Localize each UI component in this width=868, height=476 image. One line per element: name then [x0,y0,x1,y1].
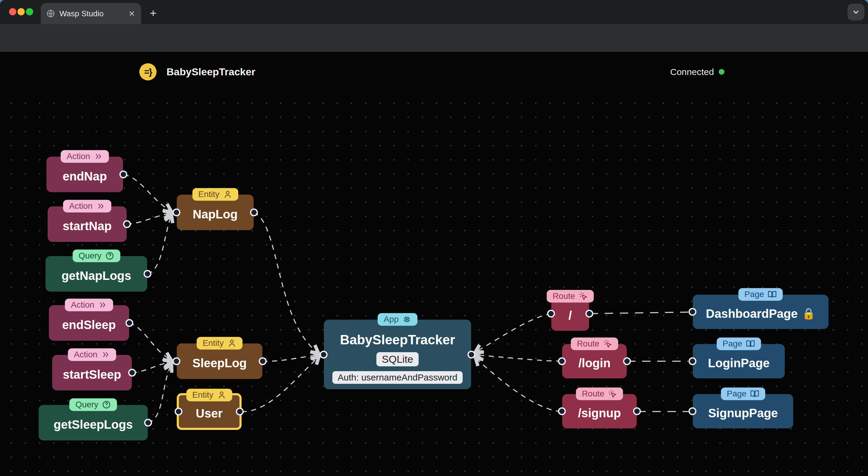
entity-badge: Entity [197,337,243,349]
app-badge: App [378,313,417,326]
port-handle[interactable] [144,419,152,427]
browser-tab[interactable]: Wasp Studio [41,3,141,24]
port-handle[interactable] [467,351,475,359]
node-route-login[interactable]: Route /login [562,344,627,378]
node-endsleep[interactable]: Action endSleep [49,305,129,341]
port-handle[interactable] [144,270,151,278]
open-book-icon [746,339,755,348]
node-label: NapLog [193,204,238,221]
chevrons-right-icon [96,202,105,211]
port-handle[interactable] [173,357,180,365]
port-handle[interactable] [623,357,631,365]
lock-icon: 🔒 [802,307,815,320]
port-handle[interactable] [128,369,136,377]
node-route-root[interactable]: Route / [551,297,589,331]
port-handle[interactable] [688,357,696,365]
connection-status: Connected [670,63,724,80]
cursor-click-icon [603,339,612,348]
node-label: User [196,403,223,420]
page-badge: Page [721,387,765,400]
app-title: BabySleepTracker [340,332,455,347]
status-label: Connected [670,67,714,77]
minimize-window-button[interactable] [18,8,25,15]
action-badge: Action [63,200,111,212]
route-badge: Route [547,290,594,303]
status-dot-icon [719,69,724,75]
node-endnap[interactable]: Action endNap [46,157,123,192]
port-handle[interactable] [558,357,566,365]
port-handle[interactable] [175,408,183,415]
port-handle[interactable] [250,208,258,216]
tab-strip: Wasp Studio [0,0,868,24]
zoom-window-button[interactable] [26,8,33,15]
node-naplog[interactable]: Entity NapLog [177,195,254,230]
open-book-icon [750,389,759,398]
question-circle-icon [102,400,111,409]
port-handle[interactable] [236,408,244,415]
person-icon [223,190,232,199]
globe-favicon-icon [46,9,55,18]
browser-toolbar: localhost:4000 Incognito Relaunch to upd… [0,24,868,52]
chevrons-right-icon [101,350,110,359]
chevrons-right-icon [94,152,103,161]
page-badge: Page [738,288,783,301]
new-tab-button[interactable] [147,7,160,20]
node-startnap[interactable]: Action startNap [48,206,127,242]
wasp-logo-icon: =} [140,63,157,80]
close-window-button[interactable] [9,8,16,15]
cpu-chip-icon [402,315,411,324]
entity-badge: Entity [186,388,232,401]
query-badge: Query [69,398,117,411]
node-label: /login [579,353,611,370]
port-handle[interactable] [688,407,696,415]
node-user[interactable]: Entity User [177,393,242,430]
page-title: BabySleepTracker [166,63,255,80]
node-label: getSleepLogs [54,414,133,432]
node-label: SleepLog [192,353,247,370]
browser-window: Wasp Studio localhost:4000 [0,0,868,476]
port-handle[interactable] [320,351,328,359]
node-label: startSleep [63,364,121,381]
open-book-icon [768,290,777,299]
port-handle[interactable] [558,407,566,415]
node-app-babysleeptracker[interactable]: App BabySleepTracker SQLite Auth: userna… [324,320,471,389]
port-handle[interactable] [123,220,131,228]
page-badge: Page [717,337,761,350]
action-badge: Action [61,150,109,163]
node-page-dashboard[interactable]: Page DashboardPage🔒 [693,295,829,329]
port-handle[interactable] [633,407,641,415]
person-icon [217,390,226,400]
port-handle[interactable] [173,208,180,216]
close-tab-icon[interactable] [128,10,136,18]
node-label: DashboardPage🔒 [706,303,815,320]
auth-chip: Auth: usernameAndPassword [332,371,463,384]
node-getsleeplogs[interactable]: Query getSleepLogs [39,405,148,440]
cursor-click-icon [579,292,588,301]
port-handle[interactable] [688,308,696,316]
port-handle[interactable] [125,319,133,327]
port-handle[interactable] [119,171,127,178]
page-header [0,52,868,91]
tab-title: Wasp Studio [59,9,124,19]
action-badge: Action [68,348,116,361]
person-icon [227,339,237,348]
tab-search-chevron-button[interactable] [847,4,864,21]
node-label: startNap [63,216,112,233]
route-badge: Route [571,337,618,350]
cursor-click-icon [608,389,617,398]
node-label: / [568,305,572,322]
node-route-signup[interactable]: Route /signup [562,394,637,429]
action-badge: Action [65,299,113,311]
port-handle[interactable] [547,310,555,317]
node-startsleep[interactable]: Action startSleep [52,355,132,390]
node-label: endSleep [62,314,116,332]
route-badge: Route [576,387,623,400]
node-page-login[interactable]: Page LoginPage [693,344,785,378]
port-handle[interactable] [259,357,267,365]
node-getnaplogs[interactable]: Query getNapLogs [45,256,147,292]
node-page-signup[interactable]: Page SignupPage [693,394,793,429]
port-handle[interactable] [585,310,593,317]
node-sleeplog[interactable]: Entity SleepLog [177,343,262,379]
db-chip: SQLite [376,352,418,366]
entity-badge: Entity [192,188,238,201]
